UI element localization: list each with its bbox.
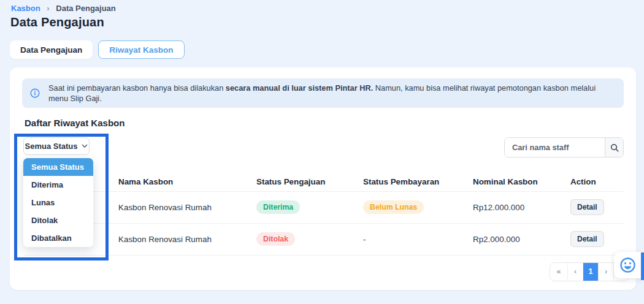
info-banner-text-bold: secara manual di luar sistem Pintar HR. <box>226 83 373 93</box>
cell-nominal-kasbon: Rp2.000.000 <box>473 223 570 255</box>
chevron-down-icon <box>82 144 88 148</box>
status-filter-dropdown[interactable]: Semua Status <box>23 137 90 155</box>
pagination-prev-button[interactable]: ‹ <box>567 263 583 281</box>
status-filter-menu: Semua Status Diterima Lunas Ditolak Diba… <box>23 158 93 247</box>
info-icon <box>30 88 40 98</box>
pagination-first-button[interactable]: « <box>550 263 567 281</box>
status-badge: Belum Lunas <box>363 200 424 214</box>
search-button[interactable] <box>605 138 623 157</box>
page-title: Data Pengajuan <box>10 15 104 29</box>
status-option-lunas[interactable]: Lunas <box>23 194 93 211</box>
status-option-semua-status[interactable]: Semua Status <box>23 158 93 176</box>
pagination-next-button[interactable]: › <box>598 263 613 281</box>
section-heading: Daftar Riwayat Kasbon <box>25 118 125 128</box>
info-banner: Saat ini pembayaran kasbon hanya bisa di… <box>22 78 624 108</box>
status-filter-selected-label: Semua Status <box>25 142 78 151</box>
breadcrumb-link-kasbon[interactable]: Kasbon <box>11 4 40 13</box>
feedback-tab-strip[interactable] <box>641 253 644 280</box>
column-header-action: Action <box>570 172 624 191</box>
info-banner-text-before: Saat ini pembayaran kasbon hanya bisa di… <box>48 83 226 93</box>
feedback-widget-button[interactable] <box>614 252 641 278</box>
detail-button[interactable]: Detail <box>570 231 604 247</box>
kasbon-table: Nama Kasbon Status Pengajuan Status Pemb… <box>25 172 624 256</box>
table-row: Kasbon Renovasi Rumah Ditolak - Rp2.000.… <box>25 223 624 255</box>
cell-nama-kasbon: Kasbon Renovasi Rumah <box>118 223 256 255</box>
breadcrumb: Kasbon › Data Pengajuan <box>11 4 116 13</box>
search-input[interactable] <box>505 138 605 157</box>
kasbon-data-pengajuan-page: Kasbon › Data Pengajuan Data Pengajuan D… <box>0 0 644 304</box>
smiley-face-icon <box>619 257 636 273</box>
status-badge: Diterima <box>256 200 300 214</box>
cell-nominal-kasbon: Rp12.000.000 <box>473 191 570 223</box>
table-header-row: Nama Kasbon Status Pengajuan Status Pemb… <box>25 172 624 191</box>
status-option-diterima[interactable]: Diterima <box>23 176 93 194</box>
content-card: Saat ini pembayaran kasbon hanya bisa di… <box>10 67 636 290</box>
breadcrumb-separator: › <box>47 4 49 13</box>
tab-riwayat-kasbon[interactable]: Riwayat Kasbon <box>98 40 184 59</box>
search-box <box>504 137 624 158</box>
column-header-nominal-kasbon: Nominal Kasbon <box>473 172 570 191</box>
column-header-nama-kasbon: Nama Kasbon <box>118 172 256 191</box>
cell-status-pembayaran: - <box>363 223 473 255</box>
tab-bar: Data Pengajuan Riwayat Kasbon <box>10 40 185 59</box>
status-badge: Ditolak <box>256 232 295 246</box>
tab-data-pengajuan[interactable]: Data Pengajuan <box>10 40 93 59</box>
status-option-ditolak[interactable]: Ditolak <box>23 211 93 229</box>
column-header-status-pembayaran: Status Pembayaran <box>363 172 473 191</box>
cell-nama-kasbon: Kasbon Renovasi Rumah <box>118 191 256 223</box>
detail-button[interactable]: Detail <box>570 199 604 215</box>
pagination-page-1[interactable]: 1 <box>583 263 598 281</box>
breadcrumb-current: Data Pengajuan <box>56 4 116 13</box>
info-banner-text: Saat ini pembayaran kasbon hanya bisa di… <box>48 83 616 104</box>
column-header-status-pengajuan: Status Pengajuan <box>256 172 363 191</box>
search-icon <box>610 143 619 152</box>
status-option-dibatalkan[interactable]: Dibatalkan <box>23 229 93 247</box>
table-row: Kasbon Renovasi Rumah Diterima Belum Lun… <box>25 191 624 223</box>
